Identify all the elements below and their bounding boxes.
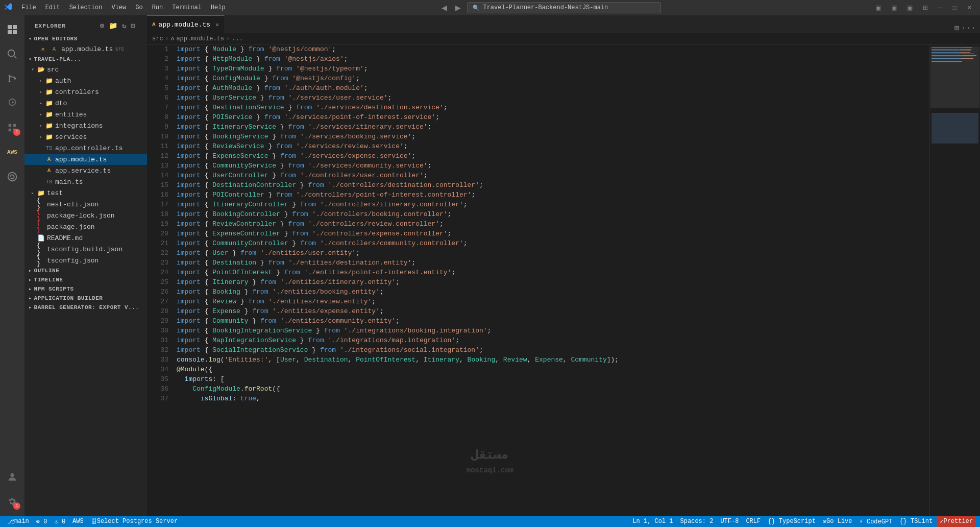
tree-package-json[interactable]: { } package.json [24,221,147,232]
tree-controllers-folder[interactable]: ▸ 📁 controllers [24,86,147,98]
breadcrumb-src[interactable]: src [152,35,163,42]
menu-edit[interactable]: Edit [41,3,64,12]
line-15: import { DestinationController } from '.… [177,180,929,190]
layout-button-2[interactable]: ▣ [887,2,901,13]
timeline-section[interactable]: ▸ TIMELINE [24,275,147,284]
tree-app-controller[interactable]: TS app.controller.ts [24,142,147,154]
status-position[interactable]: Ln 1, Col 1 [629,516,676,527]
npm-label: NPM SCRIPTS [34,286,74,292]
forward-button[interactable]: ▶ [453,3,463,13]
collapse-all-icon[interactable]: ⊟ [130,20,137,31]
npm-scripts-section[interactable]: ▸ NPM SCRIPTS [24,284,147,294]
maximize-button[interactable]: □ [949,2,961,13]
tree-services-folder[interactable]: ▸ 📁 services [24,131,147,142]
status-prettier[interactable]: ✓ Prettier [937,516,976,527]
activity-debug[interactable] [0,91,24,115]
status-aws[interactable]: AWS [69,516,87,527]
open-editor-app-module-1[interactable]: ✕ A app.module.ts src ✕ [24,43,147,55]
refresh-icon[interactable]: ↻ [121,20,128,31]
line-ending-text: CRLF [746,518,761,525]
menu-terminal[interactable]: Terminal [168,3,206,12]
tab-close-btn[interactable]: ✕ [215,21,219,29]
activity-settings[interactable]: 1 [0,489,24,514]
status-spaces[interactable]: Spaces: 2 [677,516,717,527]
layout-button-4[interactable]: ⊞ [919,2,932,13]
tree-tsconfig[interactable]: { } tsconfig.json [24,255,147,266]
more-actions-icon[interactable]: ··· [961,23,976,33]
tab-actions: ⊞ ··· [950,23,980,33]
tree-dto-folder[interactable]: ▸ 📁 dto [24,98,147,109]
back-button[interactable]: ◀ [439,3,449,13]
line-16: import { POIController } from './control… [177,190,929,200]
open-file-name-1: app.module.ts [61,45,113,53]
tree-main-ts[interactable]: TS main.ts [24,176,147,187]
sidebar-header: EXPLORER ⊕ 📁 ↻ ⊟ [24,15,147,34]
status-warnings[interactable]: ⚠ 0 [51,516,68,527]
status-golive[interactable]: ⊙ Go Live [820,516,855,527]
menu-help[interactable]: Help [207,3,230,12]
status-git-branch[interactable]: ⎇ main [4,516,32,527]
status-errors[interactable]: ⊗ 0 [33,516,51,527]
status-language[interactable]: {} TypeScript [765,516,819,527]
activity-search[interactable] [0,42,24,66]
activity-account[interactable] [0,465,24,489]
project-section[interactable]: ▾ TRAVEL-PLA... [24,55,147,64]
status-codegpt[interactable]: ⚡ CodeGPT [856,516,896,527]
code-editor[interactable]: 12345 678910 1112131415 1617181920 21222… [147,44,980,516]
app-builder-section[interactable]: ▸ APPLICATION BUILDER [24,294,147,303]
tree-entities-folder[interactable]: ▸ 📁 entities [24,109,147,120]
line-2: import { HttpModule } from '@nestjs/axio… [177,54,929,64]
services-folder-icon: 📁 [45,133,53,141]
tslint-text: {} TSLint [899,518,933,525]
line-24: import { PointOfInterest } from './entit… [177,268,929,277]
new-folder-icon[interactable]: 📁 [108,20,119,31]
status-tslint[interactable]: {} TSLint [896,516,936,527]
activity-git[interactable] [0,66,24,91]
menu-file[interactable]: File [17,3,40,12]
tree-app-module[interactable]: A app.module.ts [24,154,147,165]
menu-view[interactable]: View [107,3,130,12]
line-28: import { Expense } from './entities/expe… [177,306,929,316]
open-editors-section[interactable]: ▾ OPEN EDITORS [24,34,147,43]
tree-app-service[interactable]: A app.service.ts [24,165,147,176]
barrel-label: BARREL GENERATOR: EXPORT V... [34,304,139,310]
tree-auth-folder[interactable]: ▸ 📁 auth [24,75,147,86]
package-lock-label: package-lock.json [47,212,115,220]
controllers-chevron: ▸ [37,89,45,95]
ts-orange-icon: A [50,45,58,53]
menu-selection[interactable]: Selection [65,3,107,12]
line-11: import { ReviewService } from './service… [177,141,929,151]
line-35: imports: [ [177,374,929,384]
line-6: import { UserService } from './services/… [177,93,929,103]
tab-app-module[interactable]: A app.module.ts ✕ [147,15,225,33]
tree-src-folder[interactable]: ▾ 📂 src [24,64,147,75]
close-button[interactable]: ✕ [963,2,976,13]
status-select-server[interactable]: 🗄 Select Postgres Server [88,516,181,527]
line-9: import { ItineraryService } from './serv… [177,122,929,132]
breadcrumb-file[interactable]: app.module.ts [176,35,224,42]
activity-aws[interactable]: AWS [0,140,24,164]
svg-point-5 [8,173,17,181]
new-file-icon[interactable]: ⊕ [99,20,106,31]
activity-extensions[interactable]: 1 [0,115,24,140]
layout-button-3[interactable]: ▣ [903,2,917,13]
status-line-ending[interactable]: CRLF [743,516,764,527]
code-content[interactable]: import { Module } from '@nestjs/common';… [173,44,929,516]
app-service-icon: A [45,166,53,175]
search-bar[interactable]: 🔍 Travel-Planner-Backend-NestJS-main [467,2,661,13]
layout-button-1[interactable]: ▣ [871,2,885,13]
minimize-button[interactable]: ─ [934,2,947,13]
barrel-generator-section[interactable]: ▸ BARREL GENERATOR: EXPORT V... [24,303,147,312]
activity-codegpt[interactable] [0,164,24,189]
outline-section[interactable]: ▸ OUTLINE [24,266,147,275]
breadcrumb-more[interactable]: ... [232,35,243,42]
title-bar-right: ▣ ▣ ▣ ⊞ ─ □ ✕ [871,2,976,13]
status-encoding[interactable]: UTF-8 [717,516,742,527]
tsconfig-label: tsconfig.json [47,257,99,265]
menu-go[interactable]: Go [131,3,146,12]
menu-run[interactable]: Run [148,3,167,12]
tree-integrations-folder[interactable]: ▸ 📁 integrations [24,120,147,131]
activity-explorer[interactable] [0,17,24,42]
split-editor-icon[interactable]: ⊞ [954,23,960,33]
activity-bar: 1 AWS 1 [0,15,24,516]
